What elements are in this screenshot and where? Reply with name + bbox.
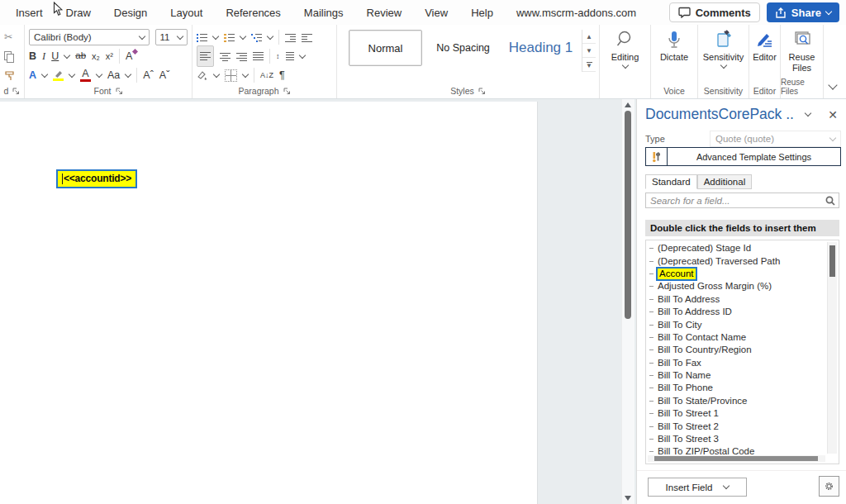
field-list-item[interactable]: (Deprecated) Stage Id (649, 242, 825, 254)
field-list-item[interactable]: Adjusted Gross Margin (%) (649, 280, 825, 292)
highlight-color-button[interactable] (53, 69, 64, 81)
sort-button[interactable]: A↓Z (260, 72, 273, 79)
multilevel-dropdown-icon[interactable] (267, 32, 273, 39)
ribbon-tab[interactable]: Insert (4, 2, 55, 24)
sensitivity-button[interactable]: Sensitivity (698, 25, 749, 68)
field-list-item[interactable]: Bill To Street 2 (649, 420, 825, 432)
underline-button[interactable]: U (51, 51, 59, 62)
field-list-item[interactable]: (Deprecated) Traversed Path (649, 254, 825, 267)
shading-button[interactable] (197, 70, 208, 81)
align-center-button[interactable] (220, 52, 231, 61)
clipboard-dialog-launcher-icon[interactable] (12, 88, 20, 95)
field-list-item[interactable]: Bill To Street 1 (649, 407, 825, 420)
type-dropdown[interactable]: Quote (quote) (710, 131, 841, 147)
dictate-button[interactable]: Dictate (651, 25, 697, 63)
reuse-files-button[interactable]: Reuse Files (781, 25, 823, 73)
tab-standard[interactable]: Standard (645, 174, 697, 189)
increase-indent-button[interactable] (302, 33, 312, 42)
collapse-ribbon-icon[interactable] (828, 80, 837, 89)
share-dropdown-icon[interactable] (825, 7, 832, 14)
insert-field-button[interactable]: Insert Field (648, 478, 747, 497)
field-label[interactable]: Adjusted Gross Margin (%) (656, 281, 773, 292)
insert-field-dropdown-icon[interactable] (723, 483, 730, 489)
font-dialog-launcher-icon[interactable] (116, 88, 123, 95)
pane-close-icon[interactable]: ✕ (825, 109, 841, 121)
font-color-dropdown-icon[interactable] (96, 70, 102, 77)
field-list-item[interactable]: Account (649, 268, 825, 280)
font-color-button[interactable]: A (80, 69, 91, 83)
style-normal[interactable]: Normal (349, 30, 422, 66)
pane-options-dropdown-icon[interactable] (805, 110, 811, 116)
bold-button[interactable]: B (29, 51, 36, 62)
comments-button[interactable]: Comments (669, 2, 760, 22)
field-label[interactable]: (Deprecated) Traversed Path (656, 256, 782, 267)
highlight-dropdown-icon[interactable] (69, 70, 75, 77)
subscript-button[interactable]: x₂ (92, 52, 100, 61)
ribbon-tab[interactable]: Design (102, 2, 159, 24)
field-list-item[interactable]: Bill To Fax (649, 357, 825, 369)
field-label[interactable]: Bill To Phone (656, 383, 715, 393)
styles-scroll-up-button[interactable]: ▲ (582, 30, 596, 44)
fields-horizontal-scrollbar[interactable] (648, 455, 825, 462)
field-list-item[interactable]: Bill To Phone (649, 382, 825, 394)
font-family-combo[interactable]: Calibri (Body) (29, 29, 150, 45)
fields-vertical-scrollbar[interactable] (827, 242, 837, 454)
field-list-item[interactable]: Bill To Name (649, 369, 825, 382)
align-right-button[interactable] (236, 52, 247, 61)
editor-button[interactable]: Editor (749, 25, 780, 63)
shading-dropdown-icon[interactable] (213, 70, 220, 77)
editing-button[interactable]: Editing (600, 25, 650, 68)
field-list-item[interactable]: Bill To Country/Region (649, 344, 825, 356)
merge-field-accountid[interactable]: <<accountid>> (56, 169, 137, 188)
advanced-template-settings-button[interactable]: Advanced Template Settings (645, 147, 841, 166)
scrollbar-thumb[interactable] (625, 111, 631, 319)
font-size-combo[interactable]: 11 (155, 29, 188, 45)
scroll-up-icon[interactable] (625, 102, 631, 107)
cut-icon[interactable]: ✂ (4, 32, 12, 43)
text-effects-button[interactable]: A (29, 70, 36, 81)
ribbon-tab[interactable]: Review (355, 2, 414, 24)
field-list-item[interactable]: Bill To City (649, 318, 825, 330)
field-label[interactable]: Account (656, 267, 697, 281)
change-case-dropdown-icon[interactable] (125, 70, 131, 77)
change-case-button[interactable]: Aa (107, 70, 120, 81)
styles-more-button[interactable]: ▼ (582, 58, 596, 72)
styles-scroll-down-button[interactable]: ▼ (582, 44, 596, 58)
field-label[interactable]: Bill To Country/Region (656, 345, 753, 355)
field-list-item[interactable]: Bill To Address ID (649, 306, 825, 318)
field-label[interactable]: Bill To City (656, 320, 703, 330)
show-hide-pilcrow-button[interactable]: ¶ (279, 70, 285, 81)
field-label[interactable]: Bill To Address ID (656, 307, 734, 317)
field-label[interactable]: Bill To Address (656, 294, 721, 305)
document-page[interactable]: <<accountid>> (0, 102, 538, 504)
copy-icon[interactable] (4, 51, 13, 62)
field-label[interactable]: Bill To Street 3 (656, 434, 720, 445)
numbering-dropdown-icon[interactable] (240, 32, 246, 39)
superscript-button[interactable]: x² (106, 52, 113, 61)
field-label[interactable]: (Deprecated) Stage Id (656, 243, 753, 254)
tab-additional[interactable]: Additional (697, 174, 753, 189)
share-button[interactable]: Share (767, 2, 839, 22)
ribbon-tab[interactable]: References (214, 2, 292, 24)
format-painter-icon[interactable] (4, 70, 16, 81)
style-heading-1[interactable]: Heading 1 (504, 30, 577, 66)
italic-button[interactable]: I (42, 51, 45, 62)
bullets-button[interactable] (197, 33, 207, 42)
strikethrough-button[interactable]: ab (75, 51, 86, 61)
field-label[interactable]: Bill To Street 1 (656, 408, 720, 419)
ribbon-tab[interactable]: www.mscrm-addons.com (505, 2, 648, 24)
field-list-item[interactable]: Bill To Street 3 (649, 433, 825, 445)
decrease-indent-button[interactable] (285, 33, 296, 42)
ribbon-tab[interactable]: Mailings (292, 2, 355, 24)
multilevel-list-button[interactable] (251, 33, 262, 42)
borders-dropdown-icon[interactable] (242, 70, 249, 77)
search-icon[interactable] (825, 195, 836, 207)
field-label[interactable]: Bill To Street 2 (656, 421, 720, 432)
field-label[interactable]: Bill To State/Province (656, 396, 749, 407)
field-label[interactable]: Bill To Contact Name (656, 332, 748, 343)
field-list-item[interactable]: Bill To Contact Name (649, 331, 825, 344)
clear-formatting-button[interactable]: A (126, 51, 132, 62)
field-list-item[interactable]: Bill To Address (649, 293, 825, 306)
ribbon-tab[interactable]: Layout (159, 2, 214, 24)
field-search-input[interactable] (646, 196, 825, 206)
